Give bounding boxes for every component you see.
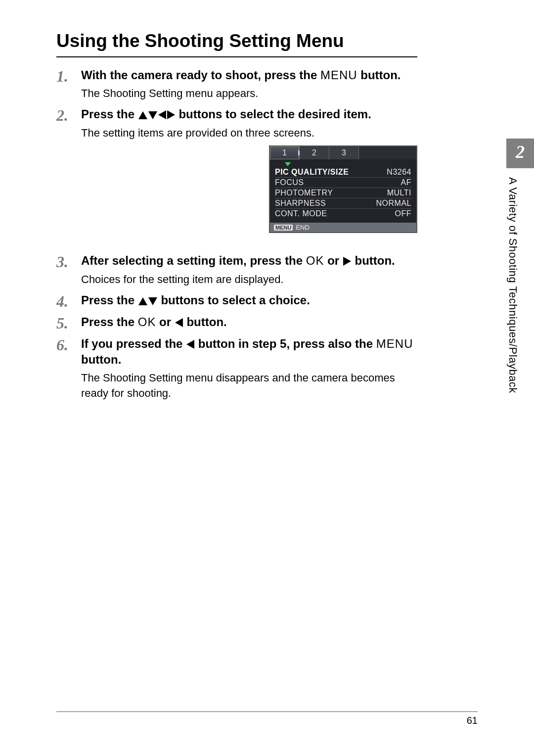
menu-button-label: MENU	[320, 68, 357, 82]
lcd-tab-3: 3	[329, 146, 359, 159]
camera-lcd: 1 2 3 PIC QUALITY/SIZE	[269, 145, 417, 233]
arrow-right-icon	[167, 110, 175, 119]
lcd-row: FOCUS AF	[275, 178, 411, 188]
step-1: 1 With the camera ready to shoot, press …	[56, 67, 417, 101]
page-number: 61	[467, 715, 478, 726]
footer-end-label: END	[296, 224, 309, 231]
setting-label: PHOTOMETRY	[275, 189, 333, 197]
tab-label: 1	[282, 148, 287, 157]
page-footer: 61	[56, 711, 478, 726]
arrow-up-icon	[138, 111, 147, 119]
chapter-number: 2	[506, 139, 534, 168]
text: Press the	[81, 315, 138, 329]
lcd-setting-list: PIC QUALITY/SIZE N3264 FOCUS AF PHOTOMET…	[270, 165, 416, 223]
menu-button-label: MENU	[376, 337, 413, 350]
lcd-screenshot-row: 1 2 3 PIC QUALITY/SIZE	[81, 145, 417, 233]
text: or	[324, 254, 342, 267]
setting-label: CONT. MODE	[275, 209, 327, 218]
setting-value: NORMAL	[376, 199, 411, 208]
text: With the camera ready to shoot, press th…	[81, 68, 320, 82]
step-subtext: The Shooting Setting menu appears.	[81, 86, 417, 101]
text: Press the	[81, 293, 138, 307]
arrow-left-icon	[175, 318, 183, 327]
step-number: 2	[56, 106, 81, 248]
step-heading: Press the OK or button.	[81, 314, 417, 330]
lcd-row: SHARPNESS NORMAL	[275, 198, 411, 209]
text: button.	[183, 315, 227, 329]
setting-label: FOCUS	[275, 178, 304, 187]
step-heading: With the camera ready to shoot, press th…	[81, 67, 417, 83]
arrow-down-icon	[148, 111, 157, 119]
step-heading: After selecting a setting item, press th…	[81, 253, 417, 269]
chapter-title: A Variety of Shooting Techniques/Playbac…	[506, 168, 527, 393]
text: buttons to select the desired item.	[178, 107, 371, 121]
step-heading: Press the buttons to select the desired …	[81, 106, 417, 122]
arrow-left-icon	[186, 340, 194, 349]
step-subtext: Choices for the setting item are display…	[81, 272, 417, 287]
lcd-tab-spacer	[359, 146, 416, 159]
step-number: 4	[56, 292, 81, 309]
step-2: 2 Press the buttons to select the desire…	[56, 106, 417, 248]
setting-label: SHARPNESS	[275, 199, 326, 208]
step-4: 4 Press the buttons to select a choice.	[56, 292, 417, 309]
step-number: 6	[56, 336, 81, 401]
chapter-side-tab: 2 A Variety of Shooting Techniques/Playb…	[506, 139, 534, 393]
step-6: 6 If you pressed the button in step 5, p…	[56, 336, 417, 401]
arrow-left-icon	[158, 110, 166, 119]
step-number: 1	[56, 67, 81, 101]
setting-value: MULTI	[387, 189, 411, 197]
arrow-down-icon	[148, 297, 157, 305]
step-heading: If you pressed the button in step 5, pre…	[81, 336, 417, 368]
lcd-row: PHOTOMETRY MULTI	[275, 188, 411, 198]
step-number: 3	[56, 253, 81, 287]
arrow-right-icon	[343, 257, 351, 266]
text: Press the	[81, 107, 138, 121]
text: After selecting a setting item, press th…	[81, 254, 306, 267]
lcd-row: CONT. MODE OFF	[275, 209, 411, 219]
lcd-tab-2: 2	[300, 146, 329, 159]
cursor-down-icon	[285, 162, 291, 166]
manual-page: Using the Shooting Setting Menu 1 With t…	[0, 0, 534, 756]
step-number: 5	[56, 314, 81, 331]
lcd-cursor-row	[270, 159, 416, 165]
text: button.	[352, 254, 395, 267]
step-list: 1 With the camera ready to shoot, press …	[56, 67, 417, 401]
lcd-tabs: 1 2 3	[270, 146, 416, 159]
text: button.	[357, 68, 401, 82]
lcd-tab-1: 1	[270, 146, 300, 159]
text: button.	[81, 353, 121, 366]
text: button in step 5, press also the	[195, 337, 376, 350]
lcd-row: PIC QUALITY/SIZE N3264	[275, 167, 411, 178]
setting-value: OFF	[395, 209, 412, 218]
ok-button-label: OK	[306, 254, 324, 267]
step-subtext: The setting items are provided on three …	[81, 126, 417, 141]
step-3: 3 After selecting a setting item, press …	[56, 253, 417, 287]
text: If you pressed the	[81, 337, 186, 350]
lcd-footer: MENU END	[270, 223, 416, 232]
ok-button-label: OK	[138, 315, 156, 329]
step-5: 5 Press the OK or button.	[56, 314, 417, 331]
setting-value: AF	[401, 178, 411, 187]
arrow-up-icon	[138, 297, 147, 305]
setting-value: N3264	[387, 168, 411, 177]
text: buttons to select a choice.	[161, 293, 310, 307]
page-title: Using the Shooting Setting Menu	[56, 31, 478, 51]
step-heading: Press the buttons to select a choice.	[81, 292, 417, 308]
menu-chip: MENU	[274, 225, 293, 231]
title-rule	[56, 56, 417, 57]
step-subtext: The Shooting Setting menu disappears and…	[81, 371, 417, 401]
text: or	[156, 315, 174, 329]
setting-label: PIC QUALITY/SIZE	[275, 168, 349, 177]
